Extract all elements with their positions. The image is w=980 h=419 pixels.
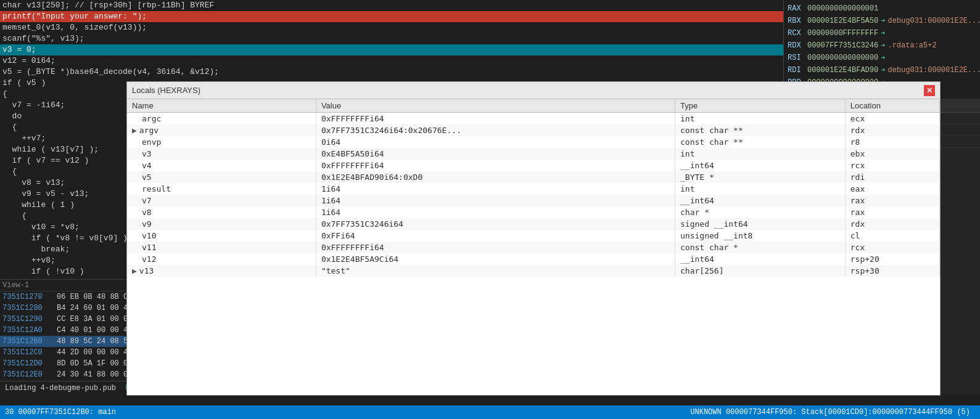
reg-name-rcx: RCX (788, 28, 807, 39)
locals-type-cell: _BYTE * (675, 171, 846, 183)
reg-comment-rdx: .rdata:a5+2 (887, 40, 936, 51)
reg-value-rdi: 000001E2E4BFAD90 (807, 65, 878, 76)
table-row[interactable]: ▶argv0x7FF7351C3246i64:0x20676E...const … (127, 124, 940, 136)
hex-addr: 7351C12B0 (2, 336, 52, 346)
locals-type-cell: int (675, 183, 846, 195)
locals-value-cell: 0x7FF7351C3246i64 (316, 218, 675, 230)
locals-location-cell: ecx (845, 113, 939, 125)
code-line-0: char v13[250]; // [rsp+30h] [rbp-11Bh] B… (0, 0, 783, 11)
table-row[interactable]: v40xFFFFFFFFi64__int64rcx (127, 160, 940, 171)
reg-value-rcx: 00000000FFFFFFFF (807, 28, 878, 39)
hex-addr: 7351C12E0 (2, 370, 52, 380)
locals-value-cell: 0xFFFFFFFFi64 (316, 242, 675, 253)
code-line-4: v3 = 0; (0, 44, 783, 55)
expand-arrow[interactable]: ▶ (132, 266, 137, 275)
table-row[interactable]: ▶v13"test"char[256]rsp+30 (127, 265, 940, 277)
locals-dialog: Locals (HEXRAYS) ✕ Name Value Type Locat… (126, 81, 941, 396)
status-bar: 30 00007FF7351C12B0: main UNKNOWN 000007… (0, 405, 980, 419)
reg-name-rsi: RSI (788, 52, 807, 63)
table-row[interactable]: v110xFFFFFFFFi64const char *rcx (127, 242, 940, 253)
table-row[interactable]: v120x1E2E4BF5A9Ci64__int64rsp+20 (127, 253, 940, 265)
register-row-rsi: RSI 0000000000000000➔ (786, 52, 978, 64)
locals-value-cell: 1i64 (316, 206, 675, 218)
locals-value-cell: 0x1E2E4BFAD90i64:0xD0 (316, 171, 675, 183)
reg-arrow-rcx: ➔ (881, 28, 885, 39)
table-row[interactable]: v30xE4BF5A50i64intebx (127, 148, 940, 160)
reg-comment-rdi: debug031:000001E2E... (887, 65, 980, 76)
register-row-rdx: RDX 00007FF7351C3246➔.rdata:a5+2 (786, 39, 978, 52)
code-line-1: printf("Input your answer: "); (0, 11, 783, 22)
locals-name-cell: v5 (127, 171, 316, 183)
locals-name-cell: ▶argv (127, 124, 316, 136)
col-header-type: Type (675, 99, 846, 113)
locals-value-cell: 0xE4BF5A50i64 (316, 148, 675, 160)
locals-type-cell: __int64 (675, 160, 846, 171)
hex-addr: 7351C1280 (2, 303, 52, 313)
table-row[interactable]: v50x1E2E4BFAD90i64:0xD0_BYTE *rdi (127, 171, 940, 183)
locals-value-cell: 1i64 (316, 195, 675, 206)
locals-name-cell: v7 (127, 195, 316, 206)
reg-name-rdx: RDX (788, 40, 807, 51)
locals-type-cell: const char * (675, 242, 846, 253)
locals-type-cell: const char ** (675, 136, 846, 148)
expand-arrow[interactable]: ▶ (132, 126, 137, 135)
locals-location-cell: rsp+30 (845, 265, 939, 277)
status-bar-right: UNKNOWN 0000077344FF950: Stack[00001CD0]… (375, 408, 975, 417)
table-row[interactable]: v71i64__int64rax (127, 195, 940, 206)
locals-location-cell: rdx (845, 124, 939, 136)
locals-header-row: Name Value Type Location (127, 99, 940, 113)
table-row[interactable]: v90x7FF7351C3246i64signed __int64rdx (127, 218, 940, 230)
locals-name-cell: argc (127, 113, 316, 125)
locals-type-cell: char[256] (675, 265, 846, 277)
table-row[interactable]: argc0xFFFFFFFFi64intecx (127, 113, 940, 125)
reg-arrow-rdi: ➔ (881, 65, 885, 76)
reg-arrow-rdx: ➔ (881, 40, 885, 51)
reg-arrow-rbx: ➔ (881, 15, 885, 26)
locals-location-cell: rax (845, 206, 939, 218)
locals-value-cell: 0xFFi64 (316, 230, 675, 242)
locals-body[interactable]: Name Value Type Location argc0xFFFFFFFFi… (127, 99, 940, 395)
locals-type-cell: const char ** (675, 124, 846, 136)
locals-type-cell: int (675, 113, 846, 125)
code-line-3: scanf("%s", v13); (0, 33, 783, 44)
locals-value-cell: 0x7FF7351C3246i64:0x20676E... (316, 124, 675, 136)
locals-name-cell: v9 (127, 218, 316, 230)
register-row-rax: RAX 0000000000000001 (786, 2, 978, 15)
locals-name-cell: v11 (127, 242, 316, 253)
locals-location-cell: rcx (845, 242, 939, 253)
table-row[interactable]: envp0i64const char **r8 (127, 136, 940, 148)
hex-addr: 7351C12C0 (2, 348, 52, 357)
table-row[interactable]: v100xFFi64unsigned __int8cl (127, 230, 940, 242)
locals-name-cell: v4 (127, 160, 316, 171)
locals-type-cell: __int64 (675, 195, 846, 206)
locals-close-button[interactable]: ✕ (924, 85, 935, 96)
locals-name-cell: result (127, 183, 316, 195)
locals-location-cell: eax (845, 183, 939, 195)
locals-type-cell: __int64 (675, 253, 846, 265)
reg-value-rdx: 00007FF7351C3246 (807, 40, 878, 51)
locals-value-cell: "test" (316, 265, 675, 277)
locals-name-cell: envp (127, 136, 316, 148)
table-row[interactable]: result1i64inteax (127, 183, 940, 195)
locals-location-cell: rcx (845, 160, 939, 171)
hex-addr: 7351C12D0 (2, 359, 52, 368)
locals-name-cell: ▶v13 (127, 265, 316, 277)
locals-type-cell: int (675, 148, 846, 160)
locals-location-cell: rax (845, 195, 939, 206)
locals-name-cell: v3 (127, 148, 316, 160)
hex-addr: 7351C12A0 (2, 325, 52, 335)
locals-value-cell: 0xFFFFFFFFi64 (316, 113, 675, 125)
locals-titlebar: Locals (HEXRAYS) ✕ (127, 82, 940, 99)
locals-value-cell: 0i64 (316, 136, 675, 148)
locals-location-cell: ebx (845, 148, 939, 160)
reg-name-rdi: RDI (788, 65, 807, 76)
locals-value-cell: 0xFFFFFFFFi64 (316, 160, 675, 171)
hex-addr: 7351C1290 (2, 314, 52, 324)
status-bar-left: 30 00007FF7351C12B0: main (5, 408, 375, 417)
hex-addr: 7351C1270 (2, 292, 52, 302)
reg-value-rax: 0000000000000001 (807, 3, 878, 14)
table-row[interactable]: v81i64char *rax (127, 206, 940, 218)
locals-value-cell: 1i64 (316, 183, 675, 195)
locals-value-cell: 0x1E2E4BF5A9Ci64 (316, 253, 675, 265)
col-header-location: Location (845, 99, 939, 113)
